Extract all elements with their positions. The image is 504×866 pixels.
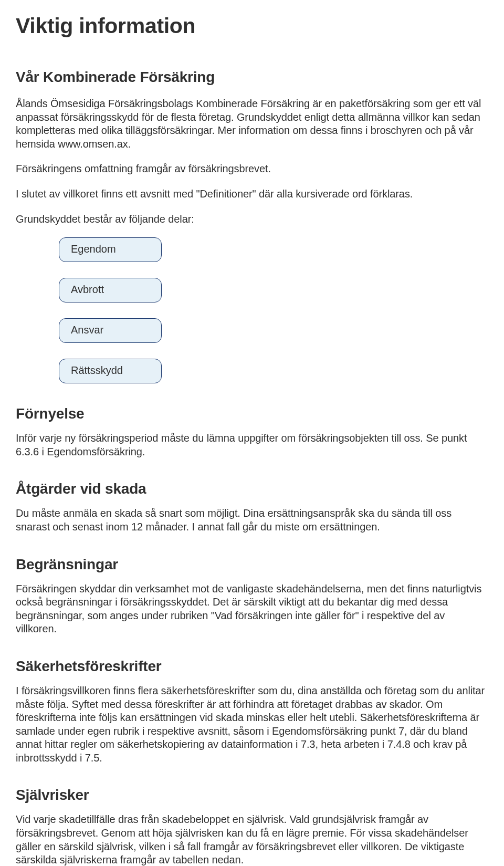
page-title: Viktig information bbox=[16, 14, 488, 38]
body-fornyelse: Inför varje ny försäkringsperiod måste d… bbox=[16, 432, 488, 458]
heading-sakerhet: Säkerhetsföreskrifter bbox=[16, 658, 488, 675]
heading-atgarder: Åtgärder vid skada bbox=[16, 481, 488, 497]
heading-sjalvrisker: Självrisker bbox=[16, 787, 488, 804]
body-begransningar: Försäkringen skyddar din verksamhet mot … bbox=[16, 582, 488, 636]
coverage-pill-egendom: Egendom bbox=[59, 237, 162, 262]
body-sjalvrisker: Vid varje skadetillfälle dras från skade… bbox=[16, 813, 488, 866]
coverage-parts-list: Egendom Avbrott Ansvar Rättsskydd bbox=[59, 237, 488, 383]
coverage-pill-ansvar: Ansvar bbox=[59, 318, 162, 343]
coverage-pill-avbrott: Avbrott bbox=[59, 278, 162, 302]
intro-paragraph-4: Grundskyddet består av följande delar: bbox=[16, 213, 488, 226]
document-page: Viktig information Vår Kombinerade Försä… bbox=[0, 0, 504, 866]
intro-paragraph-2: Försäkringens omfattning framgår av förs… bbox=[16, 162, 488, 176]
coverage-pill-rattsskydd: Rättsskydd bbox=[59, 359, 162, 383]
heading-begransningar: Begränsningar bbox=[16, 556, 488, 573]
intro-paragraph-3: I slutet av villkoret finns ett avsnitt … bbox=[16, 187, 488, 201]
subtitle: Vår Kombinerade Försäkring bbox=[16, 69, 488, 86]
body-sakerhet: I försäkringsvillkoren finns flera säker… bbox=[16, 684, 488, 765]
body-atgarder: Du måste anmäla en skada så snart som mö… bbox=[16, 507, 488, 534]
intro-paragraph-1: Ålands Ömsesidiga Försäkringsbolags Komb… bbox=[16, 97, 488, 151]
heading-fornyelse: Förnyelse bbox=[16, 405, 488, 422]
